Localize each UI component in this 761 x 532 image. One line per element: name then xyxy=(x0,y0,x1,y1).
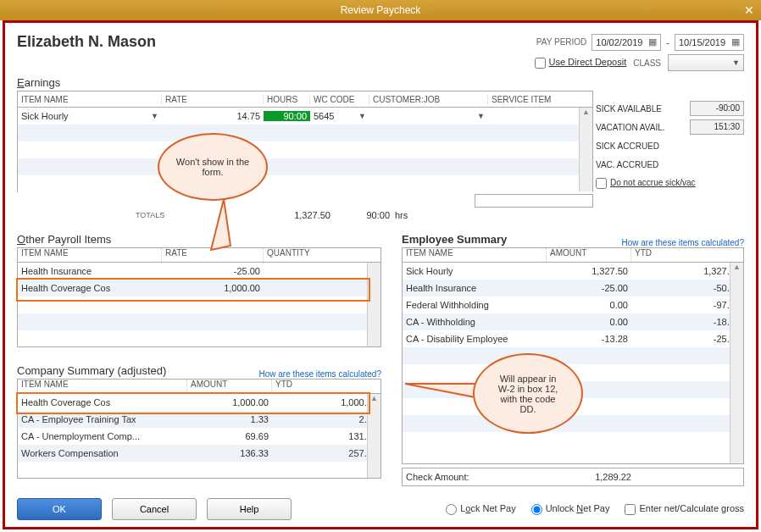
callout-w2: Will appear inW-2 in box 12,with the cod… xyxy=(473,353,583,434)
earnings-header: ITEM NAME RATE HOURS WC CODE CUSTOMER:JO… xyxy=(17,91,593,108)
class-label: CLASS xyxy=(633,58,661,68)
earnings-title: Earnings xyxy=(17,76,744,89)
window-title: Review Paycheck xyxy=(341,4,421,16)
employee-name: Elizabeth N. Mason xyxy=(17,33,156,51)
titlebar: Review Paycheck ✕ xyxy=(0,0,761,20)
do-not-accrue-checkbox[interactable]: Do not accrue sick/vac xyxy=(596,178,696,189)
class-select[interactable]: ▼ xyxy=(668,54,744,71)
earnings-totals: TOTALS 1,327.50 90:00 hrs xyxy=(17,208,593,223)
chevron-down-icon: ▼ xyxy=(732,58,740,67)
cancel-button[interactable]: Cancel xyxy=(112,498,197,520)
earnings-grid[interactable]: Sick Hourly▼ 14.75 90:00 5645▼ ▼ ▲ xyxy=(17,108,593,192)
scrollbar[interactable]: ▲ xyxy=(367,394,380,478)
chevron-down-icon: ▼ xyxy=(151,112,158,120)
employee-summary-grid[interactable]: Sick Hourly1,327.501,327.50 Health Insur… xyxy=(402,263,744,464)
customer-dropdown[interactable]: ▼ xyxy=(373,112,485,120)
scrollbar[interactable] xyxy=(367,263,380,346)
calendar-icon[interactable]: ▦ xyxy=(731,36,740,47)
service-item-dropdown[interactable] xyxy=(475,194,593,208)
sick-available[interactable]: -90:00 xyxy=(690,101,744,116)
accrual-panel: SICK AVAILABLE-90:00 VACATION AVAIL.151:… xyxy=(596,99,744,192)
scrollbar[interactable]: ▲ xyxy=(579,108,592,191)
how-calculated-link[interactable]: How are these items calculated? xyxy=(258,369,381,379)
vacation-available[interactable]: 151:30 xyxy=(690,119,744,135)
enter-net-checkbox[interactable]: Enter net/Calculate gross xyxy=(625,503,744,515)
callout-tail xyxy=(403,377,480,402)
earn-item-dropdown[interactable]: Sick Hourly▼ xyxy=(21,111,158,121)
callout-wont-show: Won't show in the form. xyxy=(158,133,268,201)
unlock-net-pay-radio[interactable]: Unlock Net Pay xyxy=(531,503,610,515)
employee-summary-title: Employee Summary xyxy=(402,233,507,246)
chevron-down-icon: ▼ xyxy=(477,112,485,120)
callout-tail xyxy=(207,199,241,258)
check-amount-row: Check Amount: 1,289.22 xyxy=(402,468,744,486)
review-paycheck-window: Review Paycheck ✕ Elizabeth N. Mason PAY… xyxy=(0,0,761,532)
how-calculated-link[interactable]: How are these items calculated? xyxy=(621,238,744,247)
help-button[interactable]: Help xyxy=(207,498,292,520)
close-icon[interactable]: ✕ xyxy=(744,0,754,20)
chevron-down-icon: ▼ xyxy=(358,112,366,120)
hours-field[interactable]: 90:00 xyxy=(264,111,310,121)
ok-button[interactable]: OK xyxy=(17,498,102,520)
date-to[interactable]: 10/15/2019 ▦ xyxy=(675,34,744,51)
company-summary-title: Company Summary (adjusted) xyxy=(17,364,166,377)
company-summary-grid[interactable]: Health Coverage Cos1,000.001,000.00 CA -… xyxy=(17,394,381,479)
other-items-title: Other Payroll Items xyxy=(17,233,381,246)
lock-net-pay-radio[interactable]: Lock Net Pay xyxy=(446,503,515,515)
pay-period-label: PAY PERIOD xyxy=(536,37,586,47)
scrollbar[interactable]: ▲ xyxy=(730,263,743,463)
use-direct-deposit-checkbox[interactable]: Use Direct Deposit xyxy=(535,57,627,69)
date-from[interactable]: 10/02/2019 ▦ xyxy=(592,34,661,51)
wc-dropdown[interactable]: 5645▼ xyxy=(314,111,366,121)
other-items-grid[interactable]: Health Insurance-25.00 Health Coverage C… xyxy=(17,263,381,347)
calendar-icon[interactable]: ▦ xyxy=(648,36,657,47)
